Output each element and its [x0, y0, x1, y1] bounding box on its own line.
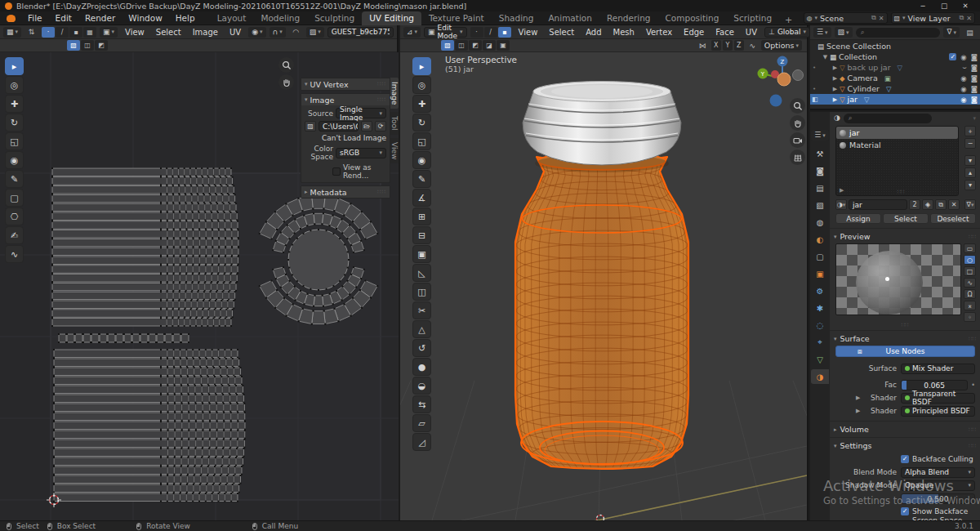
material-tab-icon[interactable]: ◑	[811, 369, 829, 384]
tab-uv-editing[interactable]: UV Editing	[362, 11, 421, 25]
edge-select-mode-icon[interactable]: /	[484, 27, 497, 38]
tab-animation[interactable]: Animation	[541, 11, 599, 25]
tab-modeling[interactable]: Modeling	[253, 11, 307, 25]
outliner-row-scene-collection[interactable]: ▤ Scene Collection	[810, 41, 980, 51]
rip-region-tool-icon[interactable]: ◿	[412, 433, 431, 451]
uv-proportional-edit-toggle[interactable]: ◠	[289, 27, 303, 38]
menu-window[interactable]: Window	[122, 11, 168, 25]
mirror-y-toggle[interactable]: Y	[723, 40, 733, 51]
remove-slot-button[interactable]: −	[964, 138, 976, 149]
uv-menu-select[interactable]: Select	[152, 28, 185, 37]
blend-mode-dropdown[interactable]: Alpha Blend▾	[901, 467, 975, 478]
animate-dot-icon[interactable]: •	[971, 382, 975, 389]
expand-icon[interactable]: ▶	[856, 408, 860, 414]
spin-tool-icon[interactable]: ↺	[412, 339, 431, 357]
outliner-search-input[interactable]: ⌕	[856, 28, 941, 38]
tab-shading[interactable]: Shading	[492, 11, 541, 25]
expand-icon[interactable]: ▶	[856, 395, 860, 401]
properties-options-icon[interactable]: ▾	[973, 115, 976, 122]
use-nodes-button[interactable]: ⧈ Use Nodes	[835, 346, 975, 357]
fac-slider[interactable]: 0.065	[901, 380, 968, 390]
falloff-icon[interactable]: ∿	[746, 40, 760, 51]
uv-edge-select-icon[interactable]: /	[56, 27, 69, 38]
cursor-tool-icon[interactable]: ◎	[412, 76, 431, 94]
outliner-row-back-up-jar[interactable]: • ▶ ▽ back up jar ▽ ⌣ ◙	[810, 62, 980, 73]
outliner-row-collection[interactable]: ▼ ▦ Collection ✓ ◉ ◙	[810, 51, 980, 62]
preview-liquid-icon[interactable]: ◦	[964, 312, 976, 322]
unlink-scene-icon[interactable]: ✕	[879, 15, 884, 22]
slot-expand-icon[interactable]: ▶	[840, 187, 844, 194]
hide-eye-icon[interactable]: ◉	[960, 85, 966, 93]
image-name-field[interactable]: GUEST_b9cb7759-f26a-4d9a-a7e8-70d2c41fc1	[327, 27, 394, 38]
assign-button[interactable]: Assign	[835, 213, 881, 224]
collection-tab-icon[interactable]: ▢	[811, 249, 829, 264]
hide-eye-icon[interactable]: ◉	[960, 74, 966, 83]
editor-type-button[interactable]: ☰▾	[811, 130, 829, 141]
tab-scripting[interactable]: Scripting	[726, 11, 779, 25]
mesh-menu[interactable]: Mesh	[609, 28, 639, 37]
open-image-folder-icon[interactable]: 🗁	[361, 121, 372, 132]
rotate-tool-icon[interactable]: ↻	[412, 114, 431, 132]
material-browse-button[interactable]: ◑▾	[835, 199, 847, 210]
scale-tool-icon[interactable]: ◱	[412, 132, 431, 150]
rotate-tool-icon[interactable]: ↻	[5, 114, 24, 132]
preview-flat-icon[interactable]: ▭	[964, 243, 976, 253]
mirror-x-toggle[interactable]: X	[711, 40, 721, 51]
particles-tab-icon[interactable]: ✱	[811, 301, 829, 315]
annotate-tool-icon[interactable]: ✎	[5, 170, 24, 188]
relax-tool-icon[interactable]: ✍	[5, 226, 24, 244]
new-view-layer-icon[interactable]: ⧉	[960, 14, 964, 22]
bevel-tool-icon[interactable]: ◺	[412, 264, 431, 282]
move-slot-down-button[interactable]: ▾	[964, 180, 976, 190]
preview-cube-icon[interactable]: □	[964, 266, 976, 276]
hide-eye-icon[interactable]: ◉	[960, 53, 966, 61]
view-layer-selector[interactable]: ▧▾ View Layer ⧉ ✕	[891, 12, 976, 24]
add-workspace-button[interactable]: +	[779, 15, 798, 25]
display-mode-dropdown[interactable]: ▧▾	[835, 27, 853, 38]
loop-cut-tool-icon[interactable]: ◫	[412, 283, 431, 301]
pinch-tool-icon[interactable]: ∿	[5, 245, 24, 263]
grab-tool-icon[interactable]: ⎔	[5, 207, 24, 225]
options-dropdown[interactable]: Options▾	[761, 40, 802, 51]
scale-tool-icon[interactable]: ◱	[5, 132, 24, 150]
properties-search-input[interactable]: ⌕	[844, 114, 932, 123]
shader1-dropdown[interactable]: Transparent BSDF	[901, 393, 975, 404]
select-mode-new-icon[interactable]: ▧	[441, 40, 454, 51]
tab-compositing[interactable]: Compositing	[658, 11, 727, 25]
uv-face-select-icon[interactable]: ▪	[69, 27, 82, 38]
move-tool-icon[interactable]: ✚	[5, 95, 24, 113]
annotate-tool-icon[interactable]: ✎	[412, 170, 431, 188]
clip-threshold-slider[interactable]: 0.500	[901, 493, 975, 504]
uv-pivot-dropdown[interactable]: ◉▾	[248, 27, 265, 38]
material-users-count[interactable]: 2	[909, 199, 920, 210]
hide-eye-icon[interactable]: ◉	[960, 96, 966, 104]
smooth-tool-icon[interactable]: ●	[412, 358, 431, 376]
image-browse-button[interactable]: ▨▾	[306, 27, 324, 38]
menu-file[interactable]: File	[21, 11, 49, 25]
blender-menu-icon[interactable]	[7, 15, 16, 22]
collection-checkbox[interactable]: ✓	[949, 53, 956, 60]
measure-tool-icon[interactable]: ∡	[412, 189, 431, 207]
surface-panel-header[interactable]: ▾Surface∷∷	[830, 332, 980, 345]
uv-pan-button[interactable]	[278, 74, 294, 90]
close-button[interactable]: ✕	[956, 2, 975, 10]
expand-icon[interactable]: ▶	[831, 75, 839, 82]
mode-dropdown[interactable]: ▣Edit Mode▾	[424, 27, 467, 38]
select-mode-subtract-icon[interactable]: ◩	[95, 40, 108, 51]
shader2-dropdown[interactable]: Principled BSDF	[901, 406, 975, 417]
physics-tab-icon[interactable]: ◌	[811, 318, 829, 332]
menu-edit[interactable]: Edit	[49, 11, 78, 25]
uv-menu-view[interactable]: View	[121, 28, 149, 37]
outliner-row-camera[interactable]: ▶ ◆ Camera ▣ ◉ ◙	[810, 73, 980, 83]
transform-orientation-dropdown[interactable]: ⊥Global▾	[764, 27, 810, 38]
menu-help[interactable]: Help	[169, 11, 202, 25]
render-tab-icon[interactable]: ◙	[811, 163, 829, 178]
viewport-camera-button[interactable]	[790, 132, 805, 148]
resize-grip[interactable]: ∷∷	[898, 189, 905, 195]
object-data-tab-icon[interactable]: ▽	[811, 352, 829, 367]
uv-sync-selection-toggle[interactable]: ⇅	[24, 27, 38, 38]
outliner-row-cylinder[interactable]: • ▶ ▽ Cylinder ▽ ◉ ◙	[810, 83, 980, 94]
uv-vertex-select-icon[interactable]: ·	[42, 27, 55, 38]
menu-render[interactable]: Render	[78, 11, 122, 25]
show-backface-checkbox[interactable]: ✓	[901, 507, 909, 515]
